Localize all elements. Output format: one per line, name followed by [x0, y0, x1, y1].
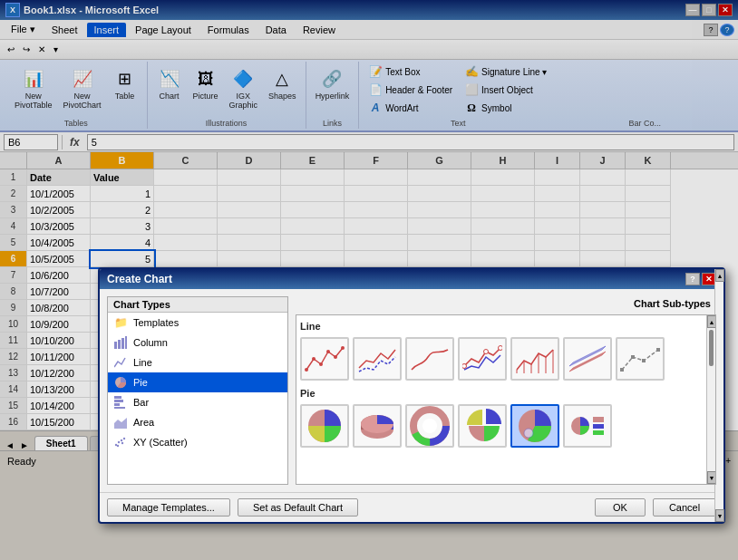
svg-point-16	[305, 368, 308, 372]
line-subtypes-row	[300, 337, 712, 381]
dialog-title-buttons: ? ✕	[685, 273, 716, 285]
line-subtype-4[interactable]	[458, 337, 507, 381]
svg-rect-8	[114, 407, 125, 409]
line-label: Line	[133, 357, 152, 368]
chart-types-list: 📁 Templates Column Line	[108, 313, 287, 476]
dialog-help-button[interactable]: ?	[685, 273, 700, 285]
svg-rect-34	[631, 355, 635, 359]
svg-rect-36	[656, 348, 660, 352]
line-chart-icon	[113, 355, 128, 370]
svg-point-19	[326, 350, 330, 353]
column-label: Column	[133, 337, 168, 348]
chart-subtypes-scroll: Line	[296, 314, 716, 485]
pie-subtype-4[interactable]	[458, 404, 507, 448]
svg-rect-49	[593, 430, 604, 435]
subtypes-scrollbar[interactable]: ▲ ▼	[706, 315, 715, 484]
manage-templates-button[interactable]: Manage Templates...	[107, 498, 230, 517]
pie-chart-icon	[113, 375, 128, 390]
svg-point-11	[118, 441, 120, 443]
chart-type-line[interactable]: Line	[108, 352, 287, 372]
line-subtype-3[interactable]	[405, 337, 454, 381]
column-icon	[113, 335, 128, 350]
svg-point-23	[484, 350, 489, 354]
svg-rect-5	[114, 396, 121, 399]
svg-rect-6	[114, 400, 123, 402]
line-subtype-2[interactable]	[353, 337, 402, 381]
dialog-footer: Manage Templates... Set as Default Chart…	[100, 492, 723, 522]
chart-types-header: Chart Types	[108, 297, 287, 313]
svg-point-24	[499, 346, 503, 351]
pie-subtype-6[interactable]	[563, 404, 612, 448]
chart-type-pie[interactable]: Pie	[108, 372, 287, 392]
chart-types-panel: Chart Types 📁 Templates Column	[107, 296, 288, 485]
svg-point-45	[524, 429, 533, 438]
pie-label: Pie	[133, 377, 148, 388]
dialog-body: Chart Types 📁 Templates Column	[100, 289, 723, 492]
dialog-footer-left: Manage Templates... Set as Default Chart	[107, 498, 358, 517]
templates-label: Templates	[133, 317, 179, 328]
chart-subtypes-panel: Chart Sub-types Line	[296, 296, 716, 485]
svg-point-21	[341, 346, 345, 350]
svg-point-14	[117, 445, 119, 447]
pie-section-label: Pie	[300, 386, 712, 401]
line-subtype-1[interactable]	[300, 337, 349, 381]
line-subtype-7[interactable]	[616, 337, 665, 381]
svg-point-22	[462, 364, 467, 369]
dialog-overlay: Create Chart ? ✕ Chart Types 📁 Templates	[0, 0, 738, 560]
pie-subtype-5[interactable]	[510, 404, 559, 448]
pie-subtype-1[interactable]	[300, 404, 349, 448]
svg-rect-33	[620, 368, 624, 372]
dialog-title-text: Create Chart	[107, 273, 172, 285]
chart-subtypes-header: Chart Sub-types	[296, 296, 716, 311]
pie-subtype-3[interactable]	[405, 404, 454, 448]
create-chart-dialog: Create Chart ? ✕ Chart Types 📁 Templates	[98, 267, 725, 524]
area-chart-icon	[113, 415, 128, 430]
dialog-footer-right: OK Cancel	[595, 498, 716, 517]
svg-rect-2	[121, 338, 124, 349]
svg-point-18	[319, 362, 323, 366]
svg-rect-3	[125, 336, 127, 349]
svg-rect-47	[593, 417, 604, 422]
chart-type-area[interactable]: Area	[108, 412, 287, 432]
pie-subtypes-row	[300, 404, 712, 448]
svg-rect-1	[118, 340, 121, 349]
svg-point-43	[422, 419, 437, 433]
line-subtype-5[interactable]	[510, 337, 559, 381]
svg-rect-0	[114, 342, 117, 349]
pie-subtype-2[interactable]	[353, 404, 402, 448]
cancel-button[interactable]: Cancel	[653, 498, 716, 517]
svg-marker-9	[114, 418, 127, 429]
chart-type-templates[interactable]: 📁 Templates	[108, 313, 287, 333]
templates-icon: 📁	[113, 315, 128, 330]
ok-button[interactable]: OK	[595, 498, 646, 517]
chart-type-bar[interactable]: Bar	[108, 392, 287, 412]
svg-point-15	[121, 442, 123, 444]
svg-rect-35	[642, 359, 646, 362]
scatter-label: XY (Scatter)	[133, 437, 188, 448]
bar-label: Bar	[133, 397, 149, 408]
svg-point-20	[334, 355, 337, 359]
area-label: Area	[133, 417, 154, 428]
line-section-label: Line	[300, 319, 712, 333]
chart-type-xy-scatter[interactable]: XY (Scatter)	[108, 432, 287, 452]
scatter-icon	[113, 435, 128, 449]
line-subtype-6[interactable]	[563, 337, 612, 381]
svg-rect-7	[114, 403, 120, 406]
set-default-chart-button[interactable]: Set as Default Chart	[238, 498, 358, 517]
svg-point-12	[121, 439, 122, 441]
dialog-title-bar: Create Chart ? ✕	[100, 269, 723, 289]
bar-chart-icon	[113, 395, 128, 410]
svg-point-17	[312, 357, 316, 361]
chart-type-column[interactable]: Column	[108, 333, 287, 352]
svg-point-13	[123, 438, 125, 439]
svg-rect-48	[593, 424, 604, 429]
